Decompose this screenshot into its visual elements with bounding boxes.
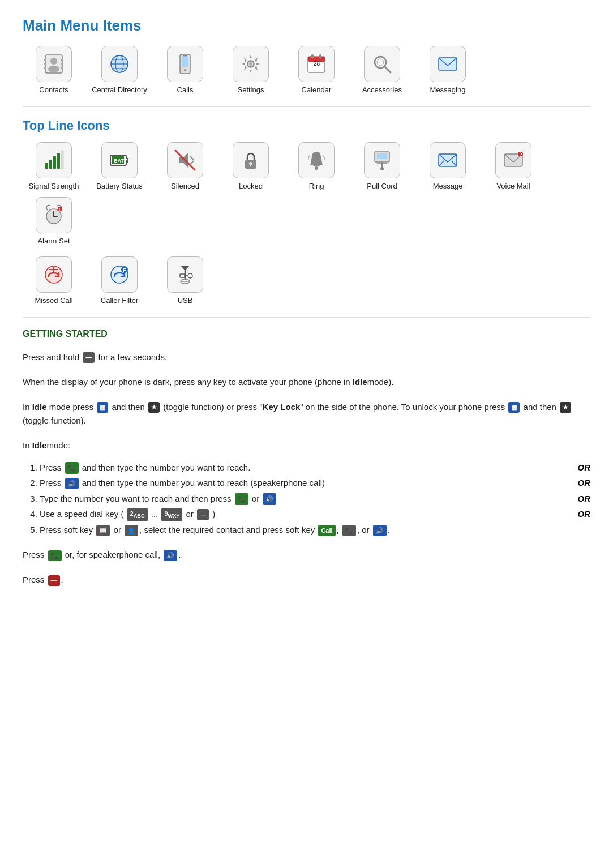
voice-mail-icon: ✕	[495, 142, 531, 178]
svg-text:!: !	[59, 207, 61, 212]
ring-label: Ring	[309, 182, 324, 191]
svg-rect-23	[311, 54, 314, 59]
main-title: Main Menu Items	[23, 17, 590, 35]
svg-rect-6	[61, 59, 63, 61]
menu-key-inline2: ▦	[508, 402, 520, 413]
central-directory-label: Central Directory	[92, 85, 147, 95]
svg-point-1	[50, 58, 57, 65]
signal-strength-label: Signal Strength	[29, 182, 79, 191]
message-icon	[430, 142, 466, 178]
svg-point-48	[315, 166, 318, 170]
voice-mail-label: Voice Mail	[496, 182, 530, 191]
svg-point-47	[313, 164, 320, 166]
soft-key-book: 📖	[96, 525, 110, 537]
top-line-icons-row1-grid: Signal Strength BATT Battery Status Sile…	[23, 142, 590, 246]
svg-text:BATT: BATT	[114, 158, 127, 164]
svg-rect-24	[319, 54, 321, 59]
missed-call-icon	[36, 256, 72, 293]
calendar-icon: 28	[298, 46, 335, 82]
menu-item-central-directory: Central Directory	[88, 46, 151, 95]
svg-rect-32	[49, 160, 52, 169]
svg-point-2	[48, 66, 59, 72]
locked-icon	[233, 142, 269, 178]
soft-key-contact: 👤	[125, 525, 138, 537]
speed-dial-dash: —	[197, 509, 209, 521]
pull-cord-label: Pull Cord	[367, 182, 397, 191]
central-directory-icon	[101, 46, 138, 82]
missed-call-label: Missed Call	[35, 296, 72, 306]
menu-item-messaging: Messaging	[417, 46, 479, 95]
speaker-key-2: 🔊	[263, 493, 276, 505]
top-icon-battery-status: BATT Battery Status	[88, 142, 151, 191]
svg-line-41	[175, 151, 195, 170]
alarm-set-icon: !	[36, 197, 72, 233]
getting-started-title: GETTING STARTED	[23, 329, 590, 339]
top-icon-voice-mail: ✕ Voice Mail	[482, 142, 545, 191]
svg-rect-31	[45, 163, 48, 169]
svg-point-52	[380, 167, 384, 170]
body-para3: In Idle mode press ▦ and then ★ (toggle …	[23, 400, 590, 427]
top-icon-locked: Locked	[220, 142, 282, 191]
top-icon-silenced: Silenced	[154, 142, 216, 191]
idle-list-item-2: Press 🔊 and then type the number you wan…	[40, 476, 590, 490]
body-para2: When the display of your phone is dark, …	[23, 375, 590, 389]
idle-mode-intro: In Idlemode:	[23, 439, 590, 452]
calls-label: Calls	[177, 85, 194, 95]
top-icon-usb: USB	[154, 256, 216, 306]
top-line-icons-row2-grid: Missed Call F Caller Filter	[23, 256, 590, 306]
call-key-2: 📞	[235, 493, 248, 505]
svg-line-43	[190, 161, 194, 164]
svg-rect-34	[57, 153, 60, 169]
star-key-inline2: ★	[560, 402, 571, 413]
speaker-key-end1: 🔊	[164, 550, 177, 562]
menu-item-accessories: Accessories	[351, 46, 413, 95]
svg-rect-17	[183, 55, 187, 57]
contacts-icon	[36, 46, 72, 82]
svg-rect-5	[44, 67, 46, 69]
svg-point-29	[377, 59, 384, 66]
main-menu-icon-grid: Contacts Central Directory Calls	[23, 46, 590, 95]
usb-icon	[167, 256, 203, 293]
top-icon-pull-cord: Pull Cord	[351, 142, 413, 191]
power-button-inline: —	[83, 352, 95, 364]
idle-list-item-1: Press 📞 and then type the number you wan…	[40, 460, 590, 475]
settings-icon	[233, 46, 269, 82]
svg-rect-3	[44, 59, 46, 61]
svg-point-20	[249, 62, 252, 66]
messaging-label: Messaging	[430, 85, 466, 95]
settings-label: Settings	[238, 85, 264, 95]
svg-rect-79	[180, 274, 185, 277]
contacts-label: Contacts	[39, 85, 68, 95]
svg-line-42	[190, 156, 194, 160]
calls-icon	[167, 46, 203, 82]
svg-rect-8	[61, 67, 63, 69]
svg-text:28: 28	[314, 61, 320, 67]
speaker-key-3: 🔊	[373, 525, 387, 537]
battery-status-label: Battery Status	[96, 182, 143, 191]
signal-strength-icon	[36, 142, 72, 178]
call-key-1: 📞	[65, 462, 79, 474]
idle-list-item-4: Use a speed dial key ( 2ABC ... 9WXY or …	[40, 507, 590, 521]
caller-filter-label: Caller Filter	[101, 296, 138, 306]
top-icon-ring: Ring	[285, 142, 348, 191]
call-key-3: 📞	[342, 525, 356, 537]
calendar-label: Calendar	[302, 85, 332, 95]
body-para-end2: Press —.	[23, 573, 590, 587]
svg-rect-33	[53, 156, 56, 169]
body-para-end1: Press 📞 or, for speakerphone call, 🔊.	[23, 548, 590, 562]
silenced-label: Silenced	[171, 182, 199, 191]
ring-icon	[298, 142, 335, 178]
idle-mode-list: Press 📞 and then type the number you wan…	[23, 460, 590, 537]
battery-status-icon: BATT	[101, 142, 138, 178]
idle-list-item-3: Type the number you want to reach and th…	[40, 491, 590, 506]
speaker-key-1: 🔊	[65, 478, 79, 490]
accessories-label: Accessories	[362, 85, 402, 95]
locked-label: Locked	[239, 182, 263, 191]
svg-text:✕: ✕	[520, 152, 524, 157]
speed-dial-wxyz: 9WXY	[161, 508, 182, 521]
top-icon-signal-strength: Signal Strength	[23, 142, 85, 191]
message-label: Message	[433, 182, 463, 191]
svg-text:F: F	[123, 267, 126, 273]
speed-dial-abc: 2ABC	[127, 508, 148, 521]
pull-cord-icon	[364, 142, 400, 178]
